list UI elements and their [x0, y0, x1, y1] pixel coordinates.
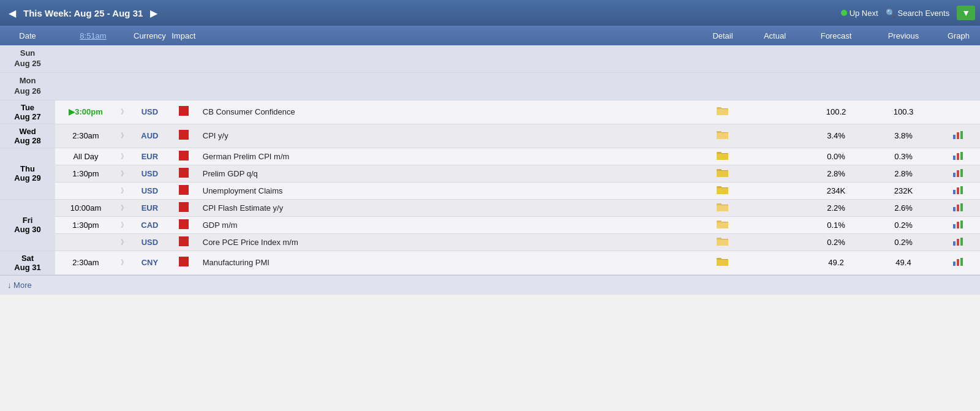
forecast-cell: 0.2% — [802, 233, 870, 251]
actual-cell — [747, 165, 802, 182]
day-empty-cell — [55, 45, 980, 72]
description-cell[interactable]: CPI y/y — [199, 124, 698, 148]
impact-icon — [179, 185, 189, 195]
event-time: 10:00am — [70, 203, 102, 213]
previous-cell: 2.8% — [870, 165, 937, 182]
impact-icon — [179, 151, 189, 160]
svg-rect-24 — [953, 190, 956, 194]
filter-button[interactable]: ▼ — [957, 6, 975, 20]
currency-cell: AUD — [131, 124, 168, 148]
event-time: 2:30am — [72, 131, 99, 140]
up-next-dot — [841, 10, 847, 16]
svg-rect-26 — [960, 186, 963, 194]
table-row: 》USDCore PCE Price Index m/m 0.2%0.2% — [0, 233, 980, 251]
svg-rect-35 — [717, 222, 728, 228]
next-week-button[interactable]: ▶ — [146, 7, 161, 19]
svg-rect-23 — [717, 188, 728, 194]
svg-rect-41 — [717, 239, 728, 246]
description-cell[interactable]: German Prelim CPI m/m — [199, 148, 698, 165]
impact-cell — [168, 165, 199, 182]
search-events-button[interactable]: 🔍 Search Events — [886, 9, 950, 18]
detail-cell[interactable] — [698, 165, 747, 182]
graph-cell[interactable] — [937, 148, 980, 165]
more-link[interactable]: ↓ More — [7, 281, 32, 290]
svg-rect-18 — [953, 173, 956, 177]
description-cell[interactable]: Unemployment Claims — [199, 182, 698, 199]
time-cell: ▶3:00pm — [55, 100, 116, 124]
impact-icon — [179, 106, 189, 116]
day-date-cell: SatAug 31 — [0, 251, 55, 274]
currency-cell: CAD — [131, 216, 168, 233]
svg-rect-30 — [953, 207, 956, 211]
detail-cell[interactable] — [698, 251, 747, 274]
detail-cell[interactable] — [698, 233, 747, 251]
time-cell: 1:30pm — [55, 165, 116, 182]
impact-cell — [168, 199, 199, 216]
up-next-label: Up Next — [850, 9, 878, 18]
forecast-cell: 2.2% — [802, 199, 870, 216]
top-bar: ◀ This Week: Aug 25 - Aug 31 ▶ Up Next 🔍… — [0, 0, 980, 26]
svg-rect-2 — [717, 109, 728, 115]
up-next-button[interactable]: Up Next — [841, 9, 878, 18]
svg-rect-37 — [957, 222, 959, 228]
detail-cell[interactable] — [698, 124, 747, 148]
currency-cell: EUR — [131, 148, 168, 165]
time-cell — [55, 182, 116, 199]
prev-week-button[interactable]: ◀ — [5, 7, 20, 19]
graph-cell[interactable] — [937, 251, 980, 274]
table-row: 1:30pm》CADGDP m/m 0.1%0.2% — [0, 216, 980, 233]
description-cell[interactable]: CPI Flash Estimate y/y — [199, 199, 698, 216]
svg-rect-48 — [953, 262, 956, 266]
table-row: 》USDUnemployment Claims 234K232K — [0, 182, 980, 199]
actual-cell — [747, 100, 802, 124]
description-cell[interactable]: Manufacturing PMI — [199, 251, 698, 274]
description-cell[interactable]: GDP m/m — [199, 216, 698, 233]
detail-cell[interactable] — [698, 182, 747, 199]
table-row: SatAug 312:30am》CNYManufacturing PMI 49.… — [0, 251, 980, 274]
graph-cell[interactable] — [937, 233, 980, 251]
sound-cell: 》 — [116, 251, 131, 274]
actual-cell — [747, 148, 802, 165]
col-header-detail: Detail — [698, 26, 747, 45]
calendar-table: Date 8:51am Currency Impact Detail Actua… — [0, 26, 980, 275]
sound-cell: 》 — [116, 100, 131, 124]
impact-cell — [168, 124, 199, 148]
col-header-previous: Previous — [870, 26, 937, 45]
svg-rect-49 — [957, 259, 959, 266]
graph-cell[interactable] — [937, 124, 980, 148]
top-bar-right: Up Next 🔍 Search Events ▼ — [841, 6, 975, 20]
svg-rect-25 — [957, 187, 959, 194]
svg-rect-38 — [960, 221, 963, 228]
description-cell[interactable]: CB Consumer Confidence — [199, 100, 698, 124]
description-cell[interactable]: Prelim GDP q/q — [199, 165, 698, 182]
previous-cell: 49.4 — [870, 251, 937, 274]
graph-cell[interactable] — [937, 199, 980, 216]
svg-rect-13 — [957, 153, 959, 160]
impact-cell — [168, 216, 199, 233]
previous-cell: 3.8% — [870, 124, 937, 148]
event-time: ▶3:00pm — [69, 107, 103, 116]
forecast-cell: 234K — [802, 182, 870, 199]
time-cell: 2:30am — [55, 251, 116, 274]
col-header-currency: Currency — [131, 26, 168, 45]
svg-rect-43 — [957, 239, 959, 246]
event-time: 2:30am — [72, 258, 99, 267]
sound-cell: 》 — [116, 182, 131, 199]
sound-cell: 》 — [116, 165, 131, 182]
svg-rect-11 — [717, 154, 728, 160]
description-cell[interactable]: Core PCE Price Index m/m — [199, 233, 698, 251]
sound-cell: 》 — [116, 199, 131, 216]
time-cell: 10:00am — [55, 199, 116, 216]
event-time: All Day — [73, 152, 98, 161]
detail-cell[interactable] — [698, 216, 747, 233]
detail-cell[interactable] — [698, 199, 747, 216]
graph-cell[interactable] — [937, 182, 980, 199]
graph-cell[interactable] — [937, 216, 980, 233]
currency-cell: CNY — [131, 251, 168, 274]
detail-cell[interactable] — [698, 148, 747, 165]
graph-cell[interactable] — [937, 165, 980, 182]
svg-rect-44 — [960, 238, 963, 246]
detail-cell[interactable] — [698, 100, 747, 124]
graph-cell[interactable] — [937, 100, 980, 124]
sound-cell: 》 — [116, 124, 131, 148]
